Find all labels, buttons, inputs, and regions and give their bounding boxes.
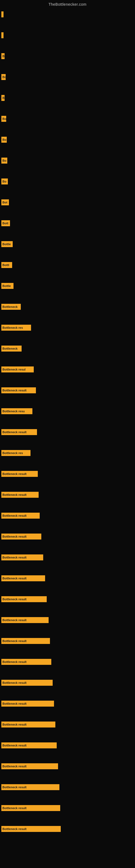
bar: Bo [1, 158, 7, 163]
bar-row: Bottleneck result [1, 617, 135, 623]
bar-label: Bo [2, 138, 6, 141]
bar-label: Bottleneck result [2, 806, 27, 810]
bar-row: Bottleneck resu [1, 408, 135, 414]
bar-label: Bottle [2, 243, 11, 246]
bar [1, 32, 3, 38]
bar: Bottleneck result [1, 533, 41, 539]
bar-row: Bottleneck result [1, 575, 135, 581]
bar-row: Bottleneck result [1, 596, 135, 602]
bar: Bottleneck res [1, 450, 31, 456]
bar: Bottleneck result [1, 784, 59, 790]
bar-row: Bottleneck result [1, 701, 135, 707]
bar-label: Bo [2, 75, 6, 79]
bar: Bottleneck result [1, 388, 36, 393]
bar-row: Bottle [1, 241, 135, 247]
bar-row: Bottleneck result [1, 471, 135, 477]
bar-label: Bottleneck result [2, 389, 27, 392]
bar-row: Bo [1, 74, 135, 80]
bar-row: Bottleneck result [1, 554, 135, 560]
bar-row: Bottleneck [1, 346, 135, 351]
bar-label: Bottleneck [2, 347, 17, 350]
bar-label: Bottleneck resul [2, 368, 26, 371]
bar-label: B [2, 96, 5, 99]
bar-label: Bo [2, 159, 6, 162]
bar: Bottleneck result [1, 575, 45, 581]
bar-row: Bottle [1, 283, 135, 289]
bar-row: Bottleneck result [1, 492, 135, 498]
bar-row: Bottl [1, 262, 135, 268]
bar-label: Bottleneck result [2, 660, 27, 663]
bar-row: Bottleneck result [1, 638, 135, 644]
bar-row: Bottleneck result [1, 429, 135, 435]
bar: Bottleneck result [1, 492, 39, 498]
bar-row: Bottleneck res [1, 450, 135, 456]
bar-row: Bottleneck result [1, 784, 135, 790]
bar: Bo [1, 116, 6, 122]
bar: Bottleneck result [1, 742, 57, 748]
bar-row: Bott [1, 220, 135, 226]
bar: Bottleneck resul [1, 367, 34, 372]
bar-label: Bottleneck res [2, 452, 23, 455]
bar-row: Bo [1, 137, 135, 143]
bar: Bo [1, 74, 6, 80]
bar: Bottleneck result [1, 701, 54, 707]
bar: Bottleneck result [1, 471, 38, 477]
bar-label: Bottleneck result [2, 618, 27, 622]
bar-label: Bottleneck result [2, 514, 27, 517]
bar: Bottle [1, 241, 13, 247]
bar: Bottleneck result [1, 680, 53, 686]
bar-row: Bottleneck result [1, 533, 135, 539]
bar-label: Bottleneck result [2, 785, 27, 789]
bar: Bottleneck result [1, 554, 43, 560]
bar-row: B [1, 95, 135, 101]
bar: Bottleneck result [1, 429, 37, 435]
bar: Bottleneck result [1, 617, 49, 623]
bar-row: Bottleneck resul [1, 367, 135, 372]
bar-label: B [2, 55, 5, 58]
bar: Bott [1, 220, 10, 226]
bar-label: Bottl [2, 264, 9, 267]
bar-label: Bottleneck result [2, 639, 27, 643]
bar: Bottleneck result [1, 513, 40, 519]
bar-label: Bottleneck result [2, 702, 27, 705]
bar: Bottleneck [1, 346, 21, 351]
bar-label: Bottleneck [2, 305, 17, 308]
bar: Bottleneck result [1, 763, 58, 769]
bar-label: Bottleneck result [2, 431, 27, 434]
bar-row: Bottleneck result [1, 721, 135, 727]
bar: Bottleneck result [1, 826, 61, 832]
site-title: TheBottlenecker.com [0, 0, 135, 9]
bar-row: Bo [1, 158, 135, 163]
bar [1, 11, 3, 18]
bar-row: Bottleneck result [1, 826, 135, 832]
bar: Bottleneck result [1, 596, 47, 602]
bar-label: Bottleneck result [2, 493, 27, 496]
bar: Bottleneck res [1, 325, 31, 331]
bar: Bottle [1, 283, 13, 289]
bar-label: Bottleneck result [2, 472, 27, 475]
bar-label: Bott [2, 222, 8, 225]
bar: Bot [1, 199, 9, 205]
bar-row: Bottleneck result [1, 805, 135, 811]
bar: Bottleneck result [1, 805, 60, 811]
bar-label: Bottleneck res [2, 326, 23, 329]
bar: Bo [1, 137, 7, 143]
bar: Bottleneck result [1, 638, 50, 644]
bar: B [1, 53, 5, 59]
bar-row: Bottleneck res [1, 325, 135, 331]
bar-row: Bottleneck result [1, 763, 135, 769]
bars-container: BBoBBoBoBoBoBotBottBottleBottlBottleBott… [0, 9, 135, 847]
bar-label: Bottleneck resu [2, 410, 25, 413]
bar-label: Bot [2, 201, 7, 204]
bar-row: Bottleneck result [1, 659, 135, 665]
bar-label: Bottleneck result [2, 744, 27, 747]
bar-label: Bottle [2, 284, 11, 287]
bar-label: Bottleneck result [2, 681, 27, 684]
bar: Bottleneck [1, 304, 21, 310]
bar-label: Bottleneck result [2, 577, 27, 580]
bar-row [1, 11, 135, 18]
bar-label: Bo [2, 117, 6, 120]
bar: Bo [1, 179, 8, 184]
bar: B [1, 95, 5, 101]
bar: Bottleneck resu [1, 408, 32, 414]
